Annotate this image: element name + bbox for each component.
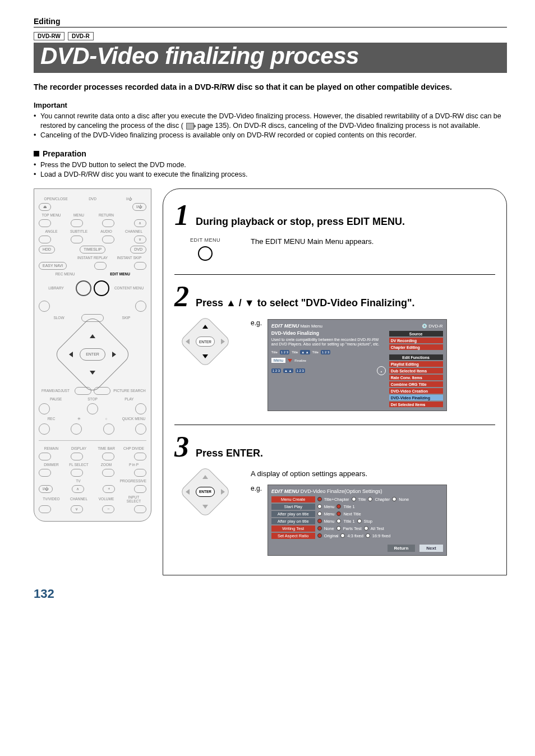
option-value: 4:3 fixed xyxy=(347,533,363,538)
circle-button xyxy=(135,301,146,312)
preparation-item: Press the DVD button to select the DVD m… xyxy=(34,160,507,170)
option-value: Original xyxy=(324,533,339,538)
option-value: Menu xyxy=(324,504,335,509)
osd-side-item: Rate Conv. Items xyxy=(389,375,443,380)
option-value: 16:9 fixed xyxy=(372,533,391,538)
label: STOP xyxy=(75,397,109,401)
left-arrow-icon xyxy=(69,352,73,357)
osd-description: Used to crete compatibility between the … xyxy=(271,338,380,346)
osd-side-item: Chapter Editing xyxy=(389,344,443,350)
right-arrow-icon xyxy=(112,352,116,357)
label: TOP MENU xyxy=(39,213,64,217)
osd-side-header: Edit Functions xyxy=(389,354,443,360)
osd-title: EDIT MENU xyxy=(271,488,299,494)
preparation-label: Preparation xyxy=(43,149,86,158)
label: TV xyxy=(66,479,90,483)
option-value: Title+Chapter xyxy=(324,497,349,502)
chip-dvdr: DVD-R xyxy=(68,32,94,40)
label: P in P xyxy=(121,463,146,467)
label: VOLUME xyxy=(94,497,119,501)
menu-box: Menu xyxy=(271,358,286,363)
page-number: 132 xyxy=(34,587,507,601)
circle-button xyxy=(76,280,91,296)
option-value: Chapter xyxy=(375,497,390,502)
label: Title xyxy=(312,351,319,354)
return-button: Return xyxy=(388,545,416,552)
step-number: 2 xyxy=(174,284,189,310)
power-icon: I/⏻ xyxy=(132,203,146,211)
option-value: Next Title xyxy=(343,511,361,517)
next-button: Next xyxy=(419,545,442,552)
nav-pad-enter-icon: ENTER xyxy=(180,469,230,514)
intro-text: The recorder processes recorded data in … xyxy=(34,82,507,92)
label: ANGLE xyxy=(39,229,64,233)
option-row: Menu CreateTitle+ChapterTitleChapterNone xyxy=(271,496,443,503)
circle-button xyxy=(39,301,50,312)
osd-subtitle: DVD-Video Finalize(Option Settings) xyxy=(301,488,382,494)
step-number: 1 xyxy=(174,202,189,229)
option-label: Start Play xyxy=(271,504,315,510)
label: ZOOM xyxy=(94,463,119,467)
timeslip-button: TIMESLIP xyxy=(80,246,105,253)
step-title: Press ENTER. xyxy=(196,448,263,459)
step-2: 2 Press ▲ / ▼ to select "DVD-Video Final… xyxy=(174,279,495,425)
nav-pad: ENTER xyxy=(59,326,126,382)
down-arrow-icon xyxy=(202,505,208,509)
finalize-label: Finalize xyxy=(294,359,306,362)
step-description: A display of option settings appears. xyxy=(251,469,447,478)
up-arrow-icon xyxy=(202,475,208,479)
label: REC MENU xyxy=(39,272,91,276)
label: SUBTITLE xyxy=(66,229,91,233)
pause-icon xyxy=(39,403,50,414)
option-label: Menu Create xyxy=(271,496,315,503)
text: ). On DVD-R discs, canceling of the DVD-… xyxy=(227,122,480,130)
label: DIMMER xyxy=(39,463,64,467)
label: QUICK MENU xyxy=(121,417,146,421)
hdd-button: HDD xyxy=(39,246,55,253)
label: DISPLAY xyxy=(66,446,91,450)
step-title: Press ▲ / ▼ to select "DVD-Video Finaliz… xyxy=(196,297,414,309)
edit-menu-button xyxy=(94,280,109,296)
radio-icon xyxy=(364,526,368,531)
label: Title xyxy=(271,351,278,354)
option-row: Set Aspect RatioOriginal4:3 fixed16:9 fi… xyxy=(271,533,443,539)
label: FL SELECT xyxy=(66,463,91,467)
important-list: You cannot rewrite data onto a disc afte… xyxy=(34,112,507,140)
osd-side-item: DV Recording xyxy=(389,338,443,343)
radio-icon xyxy=(368,497,372,501)
option-row: After play on titleMenuNext Title xyxy=(271,511,443,517)
radio-icon xyxy=(336,504,341,509)
radio-icon xyxy=(366,533,370,538)
label: RETURN xyxy=(94,213,119,217)
eg-label: e.g. xyxy=(251,319,262,327)
label: INPUT SELECT xyxy=(121,495,146,503)
steps-panel: 1 During playback or stop, press EDIT ME… xyxy=(163,188,507,575)
disc-badge: DVD-R xyxy=(428,324,442,329)
option-value: Parts Test xyxy=(343,526,362,531)
dvd-label: DVD xyxy=(75,197,109,201)
option-value: Title 1 xyxy=(343,504,354,509)
radio-icon xyxy=(336,519,341,523)
up-arrow-icon xyxy=(90,334,95,338)
option-label: Writing Test xyxy=(271,525,315,532)
down-icon: ∨ xyxy=(134,236,146,243)
nav-pad-icon: ENTER xyxy=(180,319,230,364)
enter-button: ENTER xyxy=(80,348,105,361)
radio-icon xyxy=(352,497,356,501)
osd-side-item: Playlist Editing xyxy=(389,361,443,367)
radio-icon xyxy=(317,519,322,523)
osd-side-item: Dub Selected Items xyxy=(389,368,443,374)
dvd-button: DVD xyxy=(130,246,146,253)
remote-illustration: OPEN/CLOSEDVDI/⏻ ⏏I/⏻ TOP MENUMENURETURN… xyxy=(34,188,151,522)
label: INSTANT SKIP xyxy=(112,256,146,260)
label: FRAME/ADJUST xyxy=(39,389,72,393)
label: LIBRARY xyxy=(39,286,73,290)
enter-label: ENTER xyxy=(196,336,215,347)
label: SKIP xyxy=(106,316,146,320)
important-label: Important xyxy=(34,101,507,109)
osd-title: EDIT MENU xyxy=(271,323,299,329)
page-ref-text: page 135 xyxy=(197,122,227,130)
option-label: After play on title xyxy=(271,511,315,517)
label: SLOW xyxy=(39,316,79,320)
option-value: None xyxy=(399,497,409,502)
